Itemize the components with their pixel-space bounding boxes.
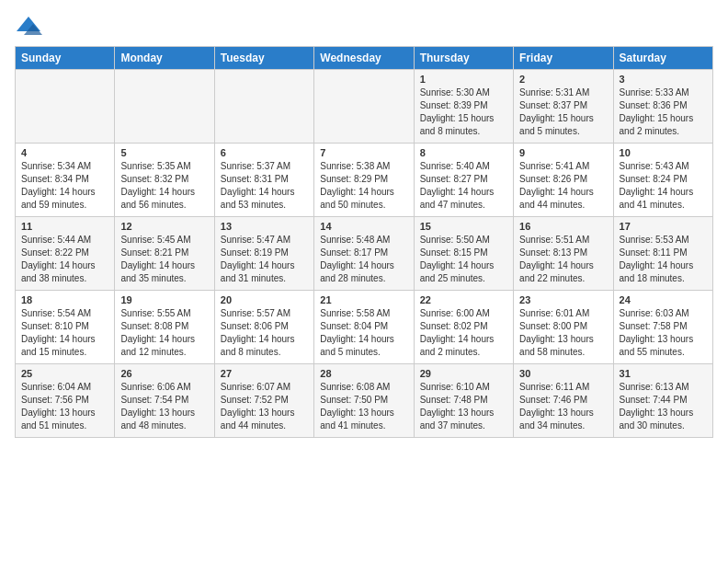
day-info: Sunrise: 5:37 AM Sunset: 8:31 PM Dayligh…: [221, 160, 308, 212]
day-number: 15: [420, 221, 507, 232]
calendar-cell: 26Sunrise: 6:06 AM Sunset: 7:54 PM Dayli…: [115, 364, 214, 438]
day-info: Sunrise: 5:31 AM Sunset: 8:37 PM Dayligh…: [519, 86, 607, 138]
calendar-cell: 6Sunrise: 5:37 AM Sunset: 8:31 PM Daylig…: [214, 144, 313, 217]
calendar-cell: 28Sunrise: 6:08 AM Sunset: 7:50 PM Dayli…: [314, 364, 414, 438]
day-number: 10: [620, 147, 707, 158]
calendar-cell: 24Sunrise: 6:03 AM Sunset: 7:58 PM Dayli…: [613, 291, 712, 364]
day-info: Sunrise: 5:40 AM Sunset: 8:27 PM Dayligh…: [420, 160, 507, 212]
calendar-cell: 12Sunrise: 5:45 AM Sunset: 8:21 PM Dayli…: [115, 217, 214, 291]
calendar-cell: 18Sunrise: 5:54 AM Sunset: 8:10 PM Dayli…: [16, 291, 115, 364]
day-info: Sunrise: 5:30 AM Sunset: 8:39 PM Dayligh…: [420, 86, 507, 138]
day-info: Sunrise: 5:33 AM Sunset: 8:36 PM Dayligh…: [620, 86, 707, 138]
day-info: Sunrise: 6:00 AM Sunset: 8:02 PM Dayligh…: [420, 307, 507, 359]
day-number: 20: [221, 294, 308, 305]
header-sunday: Sunday: [16, 47, 115, 70]
day-number: 14: [320, 221, 407, 232]
calendar-cell: 22Sunrise: 6:00 AM Sunset: 8:02 PM Dayli…: [414, 291, 513, 364]
day-info: Sunrise: 5:44 AM Sunset: 8:22 PM Dayligh…: [21, 234, 108, 285]
day-info: Sunrise: 5:57 AM Sunset: 8:06 PM Dayligh…: [221, 307, 308, 359]
day-number: 17: [620, 221, 707, 232]
day-number: 1: [420, 74, 507, 85]
calendar-cell: 20Sunrise: 5:57 AM Sunset: 8:06 PM Dayli…: [214, 291, 313, 364]
header-wednesday: Wednesday: [314, 47, 414, 70]
day-number: 28: [320, 368, 407, 379]
day-info: Sunrise: 6:03 AM Sunset: 7:58 PM Dayligh…: [620, 307, 707, 359]
day-number: 12: [120, 221, 208, 232]
day-number: 2: [519, 74, 607, 85]
day-info: Sunrise: 5:50 AM Sunset: 8:15 PM Dayligh…: [420, 234, 507, 285]
day-info: Sunrise: 6:08 AM Sunset: 7:50 PM Dayligh…: [320, 381, 407, 432]
calendar-cell: 11Sunrise: 5:44 AM Sunset: 8:22 PM Dayli…: [16, 217, 115, 291]
day-number: 30: [519, 368, 607, 379]
day-number: 4: [21, 147, 108, 158]
day-info: Sunrise: 5:38 AM Sunset: 8:29 PM Dayligh…: [320, 160, 407, 212]
header-saturday: Saturday: [613, 47, 712, 70]
calendar-cell: 31Sunrise: 6:13 AM Sunset: 7:44 PM Dayli…: [613, 364, 712, 438]
calendar-week-1: 1Sunrise: 5:30 AM Sunset: 8:39 PM Daylig…: [16, 70, 713, 144]
calendar-cell: 5Sunrise: 5:35 AM Sunset: 8:32 PM Daylig…: [115, 144, 214, 217]
day-number: 16: [519, 221, 607, 232]
day-info: Sunrise: 5:51 AM Sunset: 8:13 PM Dayligh…: [519, 234, 607, 285]
day-info: Sunrise: 5:54 AM Sunset: 8:10 PM Dayligh…: [21, 307, 108, 359]
day-number: 11: [21, 221, 108, 232]
day-number: 22: [420, 294, 507, 305]
day-info: Sunrise: 6:10 AM Sunset: 7:48 PM Dayligh…: [420, 381, 507, 432]
calendar-week-2: 4Sunrise: 5:34 AM Sunset: 8:34 PM Daylig…: [16, 144, 713, 217]
day-info: Sunrise: 6:01 AM Sunset: 8:00 PM Dayligh…: [519, 307, 607, 359]
day-number: 3: [620, 74, 707, 85]
day-number: 25: [21, 368, 108, 379]
header-thursday: Thursday: [414, 47, 513, 70]
day-number: 21: [320, 294, 407, 305]
day-info: Sunrise: 6:04 AM Sunset: 7:56 PM Dayligh…: [21, 381, 108, 432]
calendar-cell: 10Sunrise: 5:43 AM Sunset: 8:24 PM Dayli…: [613, 144, 712, 217]
day-number: 27: [221, 368, 308, 379]
calendar-table: SundayMondayTuesdayWednesdayThursdayFrid…: [15, 46, 713, 438]
calendar-cell: 27Sunrise: 6:07 AM Sunset: 7:52 PM Dayli…: [214, 364, 313, 438]
day-info: Sunrise: 5:55 AM Sunset: 8:08 PM Dayligh…: [120, 307, 208, 359]
calendar-cell: 1Sunrise: 5:30 AM Sunset: 8:39 PM Daylig…: [414, 70, 513, 144]
header-friday: Friday: [514, 47, 613, 70]
day-number: 9: [519, 147, 607, 158]
day-number: 5: [120, 147, 208, 158]
calendar-cell: 2Sunrise: 5:31 AM Sunset: 8:37 PM Daylig…: [514, 70, 613, 144]
calendar-cell: 8Sunrise: 5:40 AM Sunset: 8:27 PM Daylig…: [414, 144, 513, 217]
calendar-cell: [314, 70, 414, 144]
day-info: Sunrise: 5:58 AM Sunset: 8:04 PM Dayligh…: [320, 307, 407, 359]
day-info: Sunrise: 5:45 AM Sunset: 8:21 PM Dayligh…: [120, 234, 208, 285]
day-info: Sunrise: 5:34 AM Sunset: 8:34 PM Dayligh…: [21, 160, 108, 212]
day-info: Sunrise: 6:11 AM Sunset: 7:46 PM Dayligh…: [519, 381, 607, 432]
day-info: Sunrise: 5:41 AM Sunset: 8:26 PM Dayligh…: [519, 160, 607, 212]
day-number: 19: [120, 294, 208, 305]
calendar-cell: 30Sunrise: 6:11 AM Sunset: 7:46 PM Dayli…: [514, 364, 613, 438]
day-number: 6: [221, 147, 308, 158]
logo-icon: [15, 15, 42, 37]
day-number: 7: [320, 147, 407, 158]
calendar-cell: 3Sunrise: 5:33 AM Sunset: 8:36 PM Daylig…: [613, 70, 712, 144]
calendar-week-3: 11Sunrise: 5:44 AM Sunset: 8:22 PM Dayli…: [16, 217, 713, 291]
page-header: [15, 15, 713, 37]
day-number: 24: [620, 294, 707, 305]
day-number: 23: [519, 294, 607, 305]
day-number: 26: [120, 368, 208, 379]
calendar-week-4: 18Sunrise: 5:54 AM Sunset: 8:10 PM Dayli…: [16, 291, 713, 364]
calendar-cell: 7Sunrise: 5:38 AM Sunset: 8:29 PM Daylig…: [314, 144, 414, 217]
calendar-cell: 14Sunrise: 5:48 AM Sunset: 8:17 PM Dayli…: [314, 217, 414, 291]
day-info: Sunrise: 5:43 AM Sunset: 8:24 PM Dayligh…: [620, 160, 707, 212]
day-info: Sunrise: 6:06 AM Sunset: 7:54 PM Dayligh…: [120, 381, 208, 432]
calendar-cell: 16Sunrise: 5:51 AM Sunset: 8:13 PM Dayli…: [514, 217, 613, 291]
day-number: 18: [21, 294, 108, 305]
logo: [15, 15, 46, 37]
calendar-cell: 23Sunrise: 6:01 AM Sunset: 8:00 PM Dayli…: [514, 291, 613, 364]
calendar-week-5: 25Sunrise: 6:04 AM Sunset: 7:56 PM Dayli…: [16, 364, 713, 438]
day-number: 31: [620, 368, 707, 379]
day-info: Sunrise: 5:47 AM Sunset: 8:19 PM Dayligh…: [221, 234, 308, 285]
day-number: 13: [221, 221, 308, 232]
calendar-cell: [16, 70, 115, 144]
calendar-cell: 4Sunrise: 5:34 AM Sunset: 8:34 PM Daylig…: [16, 144, 115, 217]
day-info: Sunrise: 5:53 AM Sunset: 8:11 PM Dayligh…: [620, 234, 707, 285]
day-number: 8: [420, 147, 507, 158]
day-info: Sunrise: 5:35 AM Sunset: 8:32 PM Dayligh…: [120, 160, 208, 212]
calendar-cell: 21Sunrise: 5:58 AM Sunset: 8:04 PM Dayli…: [314, 291, 414, 364]
day-info: Sunrise: 5:48 AM Sunset: 8:17 PM Dayligh…: [320, 234, 407, 285]
header-monday: Monday: [115, 47, 214, 70]
